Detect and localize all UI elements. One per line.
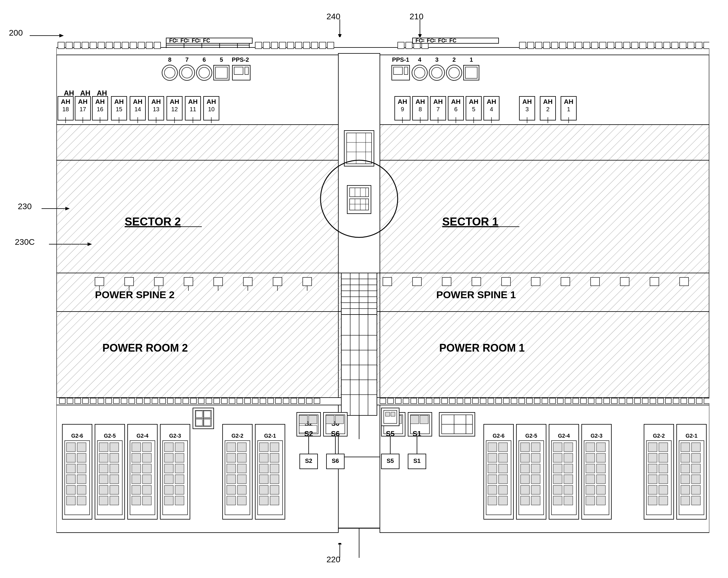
svg-rect-268 (411, 398, 417, 403)
svg-rect-18 (58, 42, 64, 49)
svg-rect-306 (704, 398, 709, 403)
svg-rect-62 (656, 42, 662, 49)
svg-rect-327 (501, 278, 511, 286)
svg-text:AH: AH (469, 98, 478, 105)
svg-rect-457 (326, 415, 334, 424)
svg-rect-520 (553, 475, 562, 484)
svg-rect-254 (244, 398, 251, 403)
svg-rect-586 (204, 419, 210, 426)
svg-rect-509 (521, 496, 529, 505)
svg-rect-333 (680, 278, 688, 286)
svg-rect-256 (260, 398, 266, 403)
svg-rect-319 (273, 278, 282, 286)
svg-text:G2-4: G2-4 (136, 433, 148, 439)
svg-rect-393 (142, 464, 151, 473)
svg-rect-294 (612, 398, 617, 403)
svg-text:=: = (186, 38, 190, 44)
svg-text:AH: AH (78, 98, 87, 105)
svg-text:G2-2: G2-2 (653, 433, 665, 439)
svg-rect-37 (303, 42, 310, 49)
svg-rect-248 (198, 398, 204, 403)
svg-rect-22 (90, 42, 97, 49)
svg-rect-411 (164, 485, 173, 494)
svg-rect-500 (531, 443, 540, 452)
svg-rect-551 (659, 475, 668, 484)
svg-rect-276 (472, 398, 478, 403)
svg-rect-52 (575, 42, 582, 49)
svg-text:S5: S5 (386, 430, 394, 438)
svg-rect-425 (237, 475, 246, 484)
svg-text:AH: AH (151, 98, 161, 105)
svg-rect-565 (681, 475, 690, 484)
svg-text:5: 5 (472, 106, 475, 112)
svg-rect-382 (110, 485, 119, 494)
svg-rect-553 (659, 485, 668, 494)
svg-rect-502 (531, 453, 540, 462)
svg-rect-63 (664, 42, 670, 49)
svg-rect-507 (521, 485, 529, 494)
svg-rect-539 (586, 496, 595, 505)
svg-rect-570 (692, 496, 700, 505)
svg-text:=: = (433, 38, 436, 44)
svg-point-119 (432, 67, 442, 78)
svg-rect-358 (67, 443, 75, 452)
svg-text:SECTOR 1: SECTOR 1 (442, 215, 498, 228)
svg-rect-444 (270, 496, 279, 505)
svg-rect-518 (553, 464, 562, 473)
svg-rect-373 (99, 443, 108, 452)
svg-rect-326 (472, 278, 481, 286)
svg-rect-516 (553, 453, 562, 462)
svg-rect-545 (659, 443, 668, 452)
svg-rect-253 (237, 398, 243, 403)
svg-rect-114 (393, 67, 402, 75)
svg-text:FC: FC (203, 38, 210, 44)
svg-rect-569 (681, 496, 690, 505)
svg-rect-488 (488, 464, 497, 473)
svg-rect-550 (648, 475, 657, 484)
svg-text:AH: AH (64, 89, 74, 97)
svg-rect-406 (175, 453, 184, 462)
svg-rect-289 (573, 398, 579, 403)
svg-rect-413 (164, 496, 173, 505)
svg-rect-280 (503, 398, 509, 403)
svg-rect-242 (152, 398, 158, 403)
svg-rect-60 (640, 42, 646, 49)
svg-text:AH: AH (170, 98, 179, 105)
svg-rect-293 (604, 398, 609, 403)
svg-text:3: 3 (525, 106, 528, 112)
svg-rect-584 (204, 411, 210, 418)
svg-rect-262 (306, 398, 312, 403)
svg-rect-377 (99, 464, 108, 473)
svg-text:7: 7 (185, 56, 188, 63)
svg-text:SECTOR 2: SECTOR 2 (125, 215, 181, 228)
svg-text:9: 9 (401, 106, 404, 112)
svg-rect-495 (499, 496, 508, 505)
svg-rect-360 (67, 453, 75, 462)
svg-rect-278 (488, 398, 494, 403)
svg-rect-441 (259, 485, 268, 494)
svg-text:17: 17 (80, 106, 86, 112)
svg-rect-270 (426, 398, 432, 403)
svg-rect-506 (531, 475, 540, 484)
svg-rect-508 (531, 485, 540, 494)
svg-rect-244 (167, 398, 173, 403)
svg-text:G2-1: G2-1 (685, 433, 697, 439)
svg-rect-376 (110, 453, 119, 462)
svg-rect-252 (229, 398, 235, 403)
svg-rect-448 (299, 415, 308, 424)
svg-rect-238 (121, 398, 127, 403)
svg-rect-325 (442, 278, 451, 286)
svg-point-121 (449, 67, 460, 78)
svg-rect-32 (263, 42, 270, 49)
svg-rect-258 (276, 398, 281, 403)
svg-text:AH: AH (398, 98, 407, 105)
svg-rect-560 (692, 443, 700, 452)
svg-rect-472 (420, 415, 428, 424)
svg-rect-40 (327, 42, 334, 49)
svg-rect-96 (215, 67, 227, 78)
svg-rect-424 (227, 475, 236, 484)
svg-text:AH: AH (188, 98, 198, 105)
svg-rect-25 (114, 42, 121, 49)
svg-text:POWER SPINE 1: POWER SPINE 1 (436, 289, 516, 300)
svg-rect-251 (222, 398, 227, 403)
